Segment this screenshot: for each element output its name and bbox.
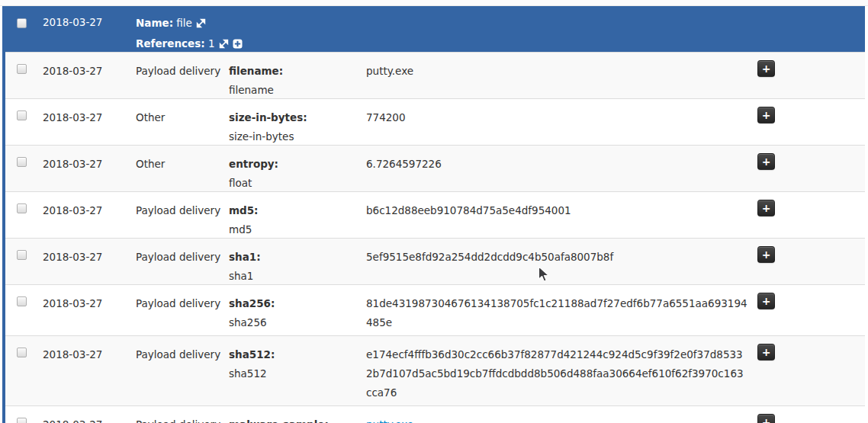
add-attribute-button[interactable]: + bbox=[757, 153, 775, 170]
references-label: References: bbox=[136, 37, 205, 50]
object-summary: Name: file References: 1 bbox=[136, 14, 243, 55]
attribute-category: Payload delivery bbox=[136, 248, 220, 267]
attribute-value: 6.7264597226 bbox=[366, 155, 747, 174]
add-attribute-button[interactable]: + bbox=[757, 293, 775, 309]
misp-attributes-table: { "colors": { "header_blue": "#3465a4", … bbox=[0, 0, 868, 423]
attribute-category: Payload delivery bbox=[136, 62, 220, 81]
attribute-value: 5ef9515e8fd92a254dd2dcdd9c4b50afa8007b8f bbox=[366, 248, 747, 267]
page-top-strip bbox=[0, 0, 868, 6]
object-date: 2018-03-27 bbox=[43, 16, 102, 28]
attribute-type: sha512 bbox=[229, 364, 360, 383]
references-count: 1 bbox=[208, 37, 215, 50]
attribute-field: sha512: sha512 bbox=[229, 345, 360, 383]
attribute-type: sha256 bbox=[229, 313, 360, 332]
attribute-select-checkbox[interactable] bbox=[17, 296, 27, 306]
attribute-row: 2018-03-27 Payload delivery filename: fi… bbox=[5, 52, 865, 98]
attribute-row: 2018-03-27 Payload delivery sha512: sha5… bbox=[5, 335, 865, 405]
attribute-field: entropy: float bbox=[229, 155, 360, 193]
attribute-select-checkbox[interactable] bbox=[17, 203, 27, 213]
attribute-relation-name: malware-sample: bbox=[229, 415, 360, 423]
attribute-date: 2018-03-27 bbox=[43, 345, 102, 364]
attribute-category: Payload delivery bbox=[136, 294, 220, 313]
attribute-value: putty.exe bbox=[366, 62, 747, 81]
attribute-relation-name: sha512: bbox=[229, 345, 360, 364]
attribute-field: sha256: sha256 bbox=[229, 294, 360, 332]
attribute-row: 2018-03-27 Other size-in-bytes: size-in-… bbox=[5, 98, 865, 145]
attributes-table: 2018-03-27 Name: file References: 1 2018… bbox=[2, 6, 865, 423]
attribute-value-link[interactable]: putty.exe bbox=[366, 415, 747, 423]
attribute-date: 2018-03-27 bbox=[43, 155, 102, 174]
attribute-date: 2018-03-27 bbox=[43, 294, 102, 313]
add-attribute-button[interactable]: + bbox=[757, 200, 775, 216]
attribute-row: 2018-03-27 Other entropy: float 6.726459… bbox=[5, 145, 865, 191]
attribute-row: 2018-03-27 Payload delivery malware-samp… bbox=[5, 405, 865, 423]
add-attribute-button[interactable]: + bbox=[757, 60, 775, 77]
attribute-row: 2018-03-27 Payload delivery sha1: sha1 5… bbox=[5, 238, 865, 284]
object-name-value: file bbox=[176, 17, 192, 29]
attribute-category: Payload delivery bbox=[136, 345, 220, 364]
attribute-value: 81de431987304676134138705fc1c21188ad7f27… bbox=[366, 294, 747, 332]
attribute-select-checkbox[interactable] bbox=[17, 250, 27, 260]
attribute-type: filename bbox=[229, 81, 360, 100]
attribute-field: malware-sample: bbox=[229, 415, 360, 423]
attribute-field: filename: filename bbox=[229, 62, 360, 100]
attribute-date: 2018-03-27 bbox=[43, 62, 102, 81]
attribute-relation-name: filename: bbox=[229, 62, 360, 81]
attribute-select-checkbox[interactable] bbox=[17, 64, 27, 74]
attribute-date: 2018-03-27 bbox=[43, 201, 102, 220]
add-attribute-button[interactable]: + bbox=[757, 344, 775, 361]
attribute-rows: 2018-03-27 Payload delivery filename: fi… bbox=[5, 52, 865, 423]
attribute-type: size-in-bytes bbox=[229, 127, 360, 146]
attribute-field: sha1: sha1 bbox=[229, 248, 360, 286]
attribute-row: 2018-03-27 Payload delivery sha256: sha2… bbox=[5, 284, 865, 335]
attribute-value: b6c12d88eeb910784d75a5e4df954001 bbox=[366, 201, 747, 220]
attribute-select-checkbox[interactable] bbox=[17, 157, 27, 167]
attribute-relation-name: md5: bbox=[229, 201, 360, 220]
attribute-type: sha1 bbox=[229, 267, 360, 286]
attribute-field: size-in-bytes: size-in-bytes bbox=[229, 108, 360, 146]
attribute-relation-name: entropy: bbox=[229, 155, 360, 174]
attribute-select-checkbox[interactable] bbox=[17, 348, 27, 357]
attribute-date: 2018-03-27 bbox=[43, 248, 102, 267]
attribute-relation-name: sha1: bbox=[229, 248, 360, 267]
add-attribute-button[interactable]: + bbox=[757, 107, 775, 123]
object-header-row: 2018-03-27 Name: file References: 1 bbox=[5, 6, 865, 52]
attribute-type: md5 bbox=[229, 220, 360, 239]
object-name-line: Name: file bbox=[136, 14, 243, 34]
attribute-relation-name: size-in-bytes: bbox=[229, 108, 360, 127]
attribute-type: float bbox=[229, 174, 360, 193]
attribute-relation-name: sha256: bbox=[229, 294, 360, 313]
attribute-value: e174ecf4fffb36d30c2cc66b37f82877d421244c… bbox=[366, 345, 747, 402]
object-name-label: Name: bbox=[136, 17, 173, 29]
expand-icon[interactable] bbox=[196, 15, 206, 34]
attribute-date: 2018-03-27 bbox=[43, 108, 102, 127]
attribute-select-checkbox[interactable] bbox=[17, 418, 27, 423]
attribute-select-checkbox[interactable] bbox=[17, 111, 27, 120]
attribute-category: Payload delivery bbox=[136, 201, 220, 220]
attribute-row: 2018-03-27 Payload delivery md5: md5 b6c… bbox=[5, 191, 865, 238]
object-select-checkbox[interactable] bbox=[17, 18, 27, 28]
add-attribute-button[interactable]: + bbox=[757, 414, 775, 423]
attribute-category: Other bbox=[136, 155, 165, 174]
attribute-field: md5: md5 bbox=[229, 201, 360, 239]
attribute-category: Other bbox=[136, 108, 165, 127]
attribute-category: Payload delivery bbox=[136, 415, 220, 423]
attribute-value: 774200 bbox=[366, 108, 747, 127]
add-attribute-button[interactable]: + bbox=[757, 246, 775, 263]
attribute-date: 2018-03-27 bbox=[43, 415, 102, 423]
